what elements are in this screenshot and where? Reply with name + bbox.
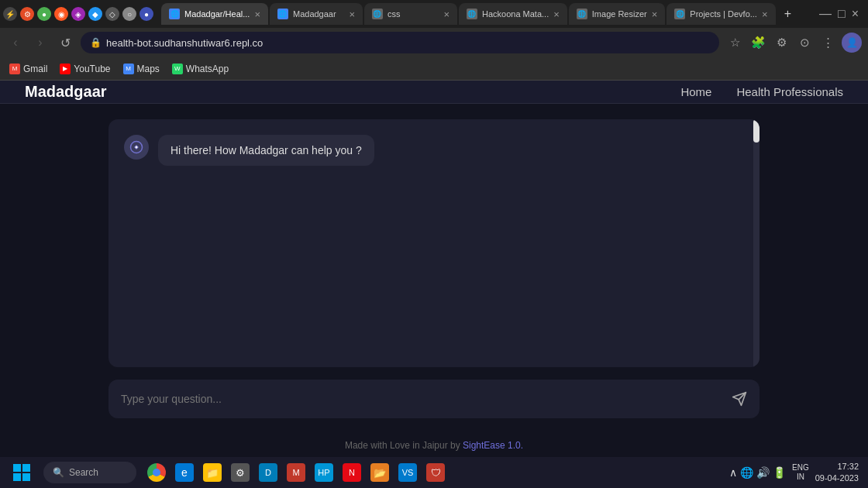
extension-icon-2[interactable]: ⚙ xyxy=(772,33,790,52)
tab-label-2: Madadgaar xyxy=(293,9,344,19)
tab-label-6: Projects | Devfo... xyxy=(690,9,757,19)
tab-label-3: css xyxy=(388,9,439,19)
youtube-favicon: ▶ xyxy=(60,64,71,74)
tab-favicon-3: 🌐 xyxy=(372,9,383,19)
tab-close-6[interactable]: × xyxy=(762,9,768,20)
bot-avatar xyxy=(124,135,149,160)
taskbar-hp-icon[interactable]: HP xyxy=(313,462,335,483)
share-icon[interactable]: ⊙ xyxy=(795,33,814,52)
tab-active[interactable]: 🌐 Madadgar/Heal... × xyxy=(161,3,268,25)
clock[interactable]: 17:32 09-04-2023 xyxy=(815,461,859,485)
bookmark-maps[interactable]: M Maps xyxy=(123,64,160,74)
profile-button[interactable]: 👤 xyxy=(842,33,862,53)
bookmark-youtube[interactable]: ▶ YouTube xyxy=(60,64,110,74)
nav-link-health-professionals[interactable]: Health Professionals xyxy=(736,85,843,98)
tab-close-3[interactable]: × xyxy=(443,9,450,20)
more-actions-icon[interactable]: ⋮ xyxy=(818,33,837,52)
tab-6[interactable]: 🌐 Projects | Devfo... × xyxy=(666,3,775,25)
tab-favicon-1: 🌐 xyxy=(169,9,180,19)
svg-rect-2 xyxy=(13,464,21,472)
secure-icon: 🔒 xyxy=(90,37,102,48)
time-display: 17:32 xyxy=(815,461,859,473)
lang-text: ENG xyxy=(792,463,809,473)
footer: Made with Love in Jaipur by SightEase 1.… xyxy=(0,434,868,457)
tab-label-4: Hackoona Mata... xyxy=(482,9,549,19)
nav-link-home[interactable]: Home xyxy=(680,85,711,98)
tab-favicon-6: 🌐 xyxy=(674,9,685,19)
tab-close-1[interactable]: × xyxy=(254,9,260,20)
bookmark-gmail[interactable]: M Gmail xyxy=(9,64,47,74)
reload-button[interactable]: ↺ xyxy=(56,33,74,52)
bookmark-star-icon[interactable]: ☆ xyxy=(725,33,744,52)
tab-label-5: Image Resizer xyxy=(592,9,647,19)
new-tab-button[interactable]: + xyxy=(777,3,799,25)
bookmarks-bar: M Gmail ▶ YouTube M Maps W WhatsApp xyxy=(0,57,868,81)
taskbar-chrome-icon[interactable] xyxy=(146,462,167,483)
volume-icon[interactable]: 🔊 xyxy=(756,466,770,479)
start-button[interactable] xyxy=(9,460,34,485)
send-button[interactable] xyxy=(725,385,753,413)
tab-5[interactable]: 🌐 Image Resizer × xyxy=(569,3,666,25)
tab-2[interactable]: 🌐 Madadgaar × xyxy=(270,3,363,25)
url-bar[interactable]: 🔒 health-bot.sudhanshutiwar6.repl.co xyxy=(81,32,719,53)
scrollbar-thumb xyxy=(753,119,760,143)
browser-icon-1: ⚡ xyxy=(3,7,17,21)
taskbar-apps: e 📁 ⚙ D M HP N 📂 VS xyxy=(146,462,720,483)
taskbar-right: ∧ 🌐 🔊 🔋 ENG IN 17:32 09-04-2023 xyxy=(729,461,859,485)
tab-close-4[interactable]: × xyxy=(553,9,560,20)
website-content: Madadgaar Home Health Professionals xyxy=(0,81,868,457)
svg-rect-5 xyxy=(22,473,30,481)
taskbar-settings-icon[interactable]: ⚙ xyxy=(229,462,251,483)
back-button[interactable]: ‹ xyxy=(6,33,25,52)
taskbar-files-icon[interactable]: 📁 xyxy=(202,462,223,483)
taskbar-netflix-icon[interactable]: N xyxy=(341,462,363,483)
taskbar-mcafee-icon[interactable]: M xyxy=(285,462,307,483)
chat-messages[interactable]: Hi there! How Madadgar can help you ? xyxy=(108,119,760,367)
language-indicator: ENG IN xyxy=(792,463,809,482)
taskbar-dell-icon[interactable]: D xyxy=(257,462,279,483)
tab-bar: ⚡ ⚙ ● ◉ ◈ ◆ ◇ ○ ● 🌐 Madadgar/Heal... × 🌐… xyxy=(0,0,868,28)
whatsapp-favicon: W xyxy=(172,64,183,74)
chat-window: Hi there! How Madadgar can help you ? xyxy=(108,119,760,367)
browser-icon-9: ● xyxy=(140,7,153,21)
scrollbar-track xyxy=(753,119,760,367)
footer-text: Made with Love in Jaipur by xyxy=(345,440,463,451)
taskbar-files2-icon[interactable]: 📂 xyxy=(369,462,391,483)
main-content: Hi there! How Madadgar can help you ? xyxy=(0,104,868,434)
gmail-favicon: M xyxy=(9,64,20,74)
tab-close-2[interactable]: × xyxy=(349,9,355,20)
maximize-icon[interactable]: □ xyxy=(838,7,846,21)
search-icon: 🔍 xyxy=(53,467,64,478)
forward-button[interactable]: › xyxy=(31,33,50,52)
windows-logo-icon xyxy=(13,464,30,481)
taskbar-search[interactable]: 🔍 Search xyxy=(43,462,136,483)
navbar-brand[interactable]: Madadgaar xyxy=(25,83,680,101)
taskbar-security-icon[interactable]: 🛡 xyxy=(425,462,446,483)
taskbar-edge-icon[interactable]: e xyxy=(174,462,195,483)
youtube-label: YouTube xyxy=(74,64,110,74)
taskbar-vscode-icon[interactable]: VS xyxy=(397,462,418,483)
chat-input[interactable] xyxy=(121,393,719,405)
tab-label-1: Madadgar/Heal... xyxy=(184,9,250,19)
tab-3[interactable]: 🌐 css × xyxy=(364,3,457,25)
network-icon[interactable]: 🌐 xyxy=(740,466,753,479)
send-icon xyxy=(732,391,747,407)
battery-icon[interactable]: 🔋 xyxy=(773,466,786,479)
bookmark-whatsapp[interactable]: W WhatsApp xyxy=(172,64,229,74)
extension-puzzle-icon[interactable]: 🧩 xyxy=(749,33,767,52)
chevron-up-icon[interactable]: ∧ xyxy=(729,466,737,479)
message-1: Hi there! How Madadgar can help you ? xyxy=(124,135,744,166)
minimize-icon[interactable]: — xyxy=(819,7,832,21)
tab-close-5[interactable]: × xyxy=(652,9,658,20)
maps-favicon: M xyxy=(123,64,134,74)
chat-input-area xyxy=(108,380,760,418)
close-window-icon[interactable]: × xyxy=(852,7,859,21)
chat-container: Hi there! How Madadgar can help you ? xyxy=(108,119,760,418)
navbar: Madadgaar Home Health Professionals xyxy=(0,81,868,104)
tab-4[interactable]: 🌐 Hackoona Mata... × xyxy=(459,3,567,25)
bot-icon xyxy=(129,140,143,154)
svg-point-1 xyxy=(136,146,138,149)
gmail-label: Gmail xyxy=(23,64,47,74)
svg-rect-3 xyxy=(22,464,30,472)
url-text: health-bot.sudhanshutiwar6.repl.co xyxy=(106,37,263,49)
